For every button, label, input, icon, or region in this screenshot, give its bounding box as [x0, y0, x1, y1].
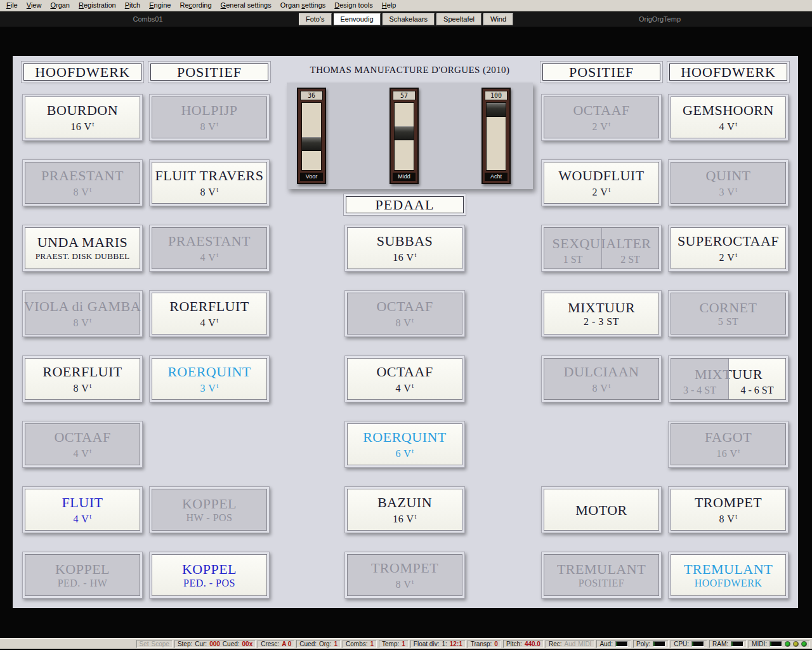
stop-positief-right-sexquialter[interactable]: SEXQUIALTER1 STSEXQUIALTER2 ST — [541, 225, 662, 272]
stop-label: KOPPEL — [182, 496, 237, 511]
menu-engine[interactable]: Engine — [145, 0, 175, 11]
slider-handle[interactable] — [395, 126, 414, 140]
stop-positief-left-roerquint-3-v[interactable]: ROERQUINT3 Vt — [149, 355, 270, 402]
tab-wind[interactable]: Wind — [483, 13, 513, 25]
slider-handle[interactable] — [487, 103, 506, 117]
stop-label: MOTOR — [575, 503, 627, 517]
stop-hoofdwerk-left-viola-di-gamba-8-v[interactable]: VIOLA di GAMBA8 Vt — [22, 290, 143, 337]
stop-positief-left-roerfluit-4-v[interactable]: ROERFLUIT4 Vt — [149, 290, 270, 337]
stop-pedaal-subbas-16-v[interactable]: SUBBAS16 Vt — [344, 225, 465, 272]
stop-pedaal-octaaf-8-v[interactable]: OCTAAF8 Vt — [344, 290, 465, 337]
tab-schakelaars[interactable]: Schakelaars — [383, 13, 435, 25]
status-transpose: Transp:0 — [468, 640, 501, 648]
stop-positief-right-motor[interactable]: MOTOR — [541, 486, 662, 533]
stop-hoofdwerk-left-fluit-4-v[interactable]: FLUIT4 Vt — [22, 486, 143, 533]
division-header-positief-right: POSITIEF — [542, 63, 660, 81]
menu-design-tools[interactable]: Design tools — [330, 0, 377, 11]
menu-recording[interactable]: Recording — [175, 0, 216, 11]
stop-label: DULCIAAN — [564, 364, 639, 379]
stop-hoofdwerk-left-bourdon-16-v[interactable]: BOURDON16 Vt — [22, 94, 143, 141]
slider-value: 36 — [300, 91, 323, 100]
slider-value: 100 — [485, 91, 508, 100]
stop-hoofdwerk-right-tremulant-hoofdwerk[interactable]: TREMULANTHOOFDWERK — [668, 552, 789, 599]
stop-size: 3 Vt — [719, 184, 737, 197]
stop-hoofdwerk-left-octaaf-4-v[interactable]: OCTAAF4 Vt — [22, 421, 143, 468]
stop-label: OCTAAF — [573, 103, 629, 117]
stop-hoofdwerk-right-superoctaaf-2-v[interactable]: SUPEROCTAAF2 Vt — [668, 225, 789, 272]
stop-hoofdwerk-left-roerfluit-8-v[interactable]: ROERFLUIT8 Vt — [22, 355, 143, 402]
stop-positief-right-tremulant-positief[interactable]: TREMULANTPOSITIEF — [541, 552, 662, 599]
stop-positief-left-koppel-hw-pos[interactable]: KOPPELHW - POS — [149, 486, 270, 533]
stop-pedaal-octaaf-4-v[interactable]: OCTAAF4 Vt — [344, 355, 465, 402]
stop-positief-right-mixtuur-2-3-st[interactable]: MIXTUUR2 - 3 ST — [541, 290, 662, 337]
status-bar: SetScopeStep:Cur:000Cued:00xCresc:A 0Cue… — [0, 638, 812, 649]
menu-view[interactable]: View — [22, 0, 46, 11]
stop-label: FLUIT TRAVERS — [155, 168, 264, 183]
menu-help[interactable]: Help — [377, 0, 401, 11]
stop-hoofdwerk-right-cornet-5-st[interactable]: CORNET5 ST — [668, 290, 789, 337]
expression-slider-voor[interactable]: 36Voor — [297, 88, 326, 184]
menu-general-settings[interactable]: General settings — [216, 0, 276, 11]
stop-positief-right-dulciaan-8-v[interactable]: DULCIAAN8 Vt — [541, 355, 662, 402]
stop-size: 8 Vt — [200, 119, 218, 132]
stop-hoofdwerk-right-quint-3-v[interactable]: QUINT3 Vt — [668, 159, 789, 206]
stop-positief-right-woudfluit-2-v[interactable]: WOUDFLUIT2 Vt — [541, 159, 662, 206]
expression-slider-midd[interactable]: 57Midd — [390, 88, 419, 184]
stop-size: 8 Vt — [73, 184, 91, 197]
stop-size: 4 Vt — [395, 380, 414, 394]
stop-size: 8 Vt — [395, 315, 414, 328]
stop-hoofdwerk-left-praestant-8-v[interactable]: PRAESTANT8 Vt — [22, 159, 143, 206]
stop-label: MIXTUUR — [728, 366, 785, 383]
stop-positief-right-octaaf-2-v[interactable]: OCTAAF2 Vt — [541, 94, 662, 141]
stop-size: 2 Vt — [592, 184, 610, 197]
stop-label: TROMPET — [371, 560, 438, 575]
console-panel: THOMAS MANUFACTURE D'ORGUES (2010) 36Voo… — [13, 56, 798, 608]
status-ram: RAM: — [709, 640, 747, 648]
menu-pitch[interactable]: Pitch — [121, 0, 145, 11]
stop-label: HOLPIJP — [181, 103, 237, 117]
stop-hoofdwerk-left-koppel-ped-hw[interactable]: KOPPELPED. - HW — [22, 552, 143, 599]
menu-file[interactable]: File — [2, 0, 22, 11]
stop-positief-left-fluit-travers-8-v[interactable]: FLUIT TRAVERS8 Vt — [149, 159, 270, 206]
stop-size: 3 - 4 ST — [671, 385, 728, 396]
stop-positief-left-holpijp-8-v[interactable]: HOLPIJP8 Vt — [149, 94, 270, 141]
scope-button[interactable]: Scope — [152, 640, 169, 647]
stop-half: MIXTUUR4 - 6 ST — [728, 359, 785, 399]
expression-slider-acht[interactable]: 100Acht — [481, 88, 511, 184]
stop-hoofdwerk-right-mixtuur[interactable]: MIXTUUR3 - 4 STMIXTUUR4 - 6 ST — [668, 355, 789, 402]
tab-eenvoudig[interactable]: Eenvoudig — [334, 13, 381, 25]
stop-size: 2 - 3 ST — [584, 316, 619, 327]
slider-handle[interactable] — [302, 137, 321, 151]
menu-registration[interactable]: Registration — [74, 0, 121, 11]
stop-size: 4 Vt — [200, 315, 218, 328]
stop-pedaal-roerquint-6-v[interactable]: ROERQUINT6 Vt — [344, 421, 465, 468]
stop-hoofdwerk-right-fagot-16-v[interactable]: FAGOT16 Vt — [668, 421, 789, 468]
slider-track[interactable] — [301, 102, 322, 171]
stop-size: POSITIEF — [579, 578, 624, 588]
stop-positief-left-praestant-4-v[interactable]: PRAESTANT4 Vt — [149, 225, 270, 272]
stop-size: 2 ST — [602, 254, 658, 265]
stop-size: 4 - 6 ST — [729, 385, 785, 396]
stop-label: FLUIT — [62, 495, 103, 510]
stop-size: 6 Vt — [395, 446, 414, 459]
division-header-hoofdwerk-left: HOOFDWERK — [23, 63, 141, 81]
stop-hoofdwerk-right-trompet-8-v[interactable]: TROMPET8 Vt — [668, 486, 789, 533]
menu-organ-settings[interactable]: Organ settings — [276, 0, 331, 11]
stop-hoofdwerk-left-unda-maris-praest-disk-dubbel[interactable]: UNDA MARISPRAEST. DISK DUBBEL — [22, 225, 143, 272]
stop-size: 1 ST — [544, 254, 601, 265]
stop-label: SEXQUIALTER — [601, 235, 658, 252]
slider-label: Acht — [485, 173, 508, 181]
menu-organ[interactable]: Organ — [46, 0, 74, 11]
set-button[interactable]: Set — [140, 640, 149, 647]
stop-positief-left-koppel-ped-pos[interactable]: KOPPELPED. - POS — [149, 552, 270, 599]
slider-track[interactable] — [486, 102, 506, 171]
stop-label: QUINT — [706, 168, 751, 183]
stop-size: 4 Vt — [73, 446, 91, 459]
stop-size: 8 Vt — [200, 184, 218, 197]
stop-hoofdwerk-right-gemshoorn-4-v[interactable]: GEMSHOORN4 Vt — [668, 94, 789, 141]
slider-track[interactable] — [394, 102, 414, 171]
tab-foto-s[interactable]: Foto's — [299, 13, 332, 25]
tab-speeltafel[interactable]: Speeltafel — [436, 13, 481, 25]
stop-pedaal-trompet-8-v[interactable]: TROMPET8 Vt — [344, 552, 465, 599]
stop-pedaal-bazuin-16-v[interactable]: BAZUIN16 Vt — [344, 486, 465, 533]
